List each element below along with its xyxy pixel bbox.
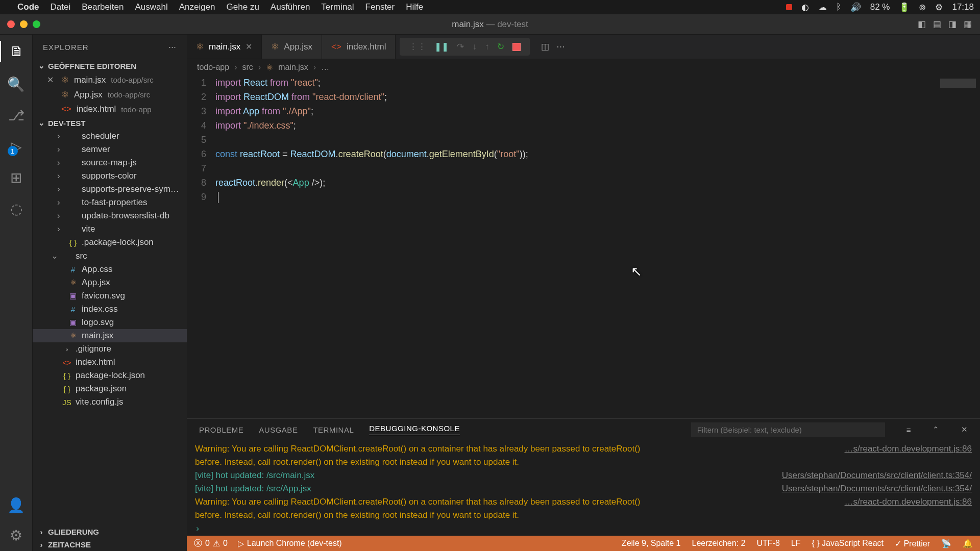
project-section[interactable]: ⌄DEV-TEST [33, 116, 187, 130]
tree-item[interactable]: ⚛main.jsx [33, 329, 187, 342]
code-line[interactable] [215, 133, 980, 147]
open-editor-item[interactable]: ✕⚛main.jsx todo-app/src [33, 72, 187, 87]
tree-item[interactable]: { }package.json [33, 382, 187, 395]
console-filter-input[interactable] [691, 422, 885, 437]
app-menu[interactable]: Code [17, 2, 39, 12]
wifi-icon[interactable]: ⊚ [919, 2, 926, 13]
tree-item[interactable]: { }package-lock.json [33, 369, 187, 382]
activity-settings-icon[interactable]: ⚙ [10, 527, 22, 544]
open-editor-item[interactable]: ⚛App.jsx todo-app/src [33, 87, 187, 102]
status-feedback-icon[interactable]: 📡 [941, 539, 951, 548]
tree-item[interactable]: ›scheduler [33, 130, 187, 143]
menu-hilfe[interactable]: Hilfe [406, 2, 423, 12]
menu-bearbeiten[interactable]: Bearbeiten [82, 2, 124, 12]
tree-item[interactable]: ›source-map-js [33, 156, 187, 169]
tree-item[interactable]: ›supports-preserve-sym… [33, 183, 187, 196]
panel-tab[interactable]: PROBLEME [199, 425, 243, 434]
close-editor-icon[interactable]: ✕ [47, 75, 56, 85]
window-minimize-button[interactable] [20, 20, 28, 28]
window-zoom-button[interactable] [33, 20, 40, 28]
recording-indicator-icon[interactable] [786, 4, 792, 10]
code-line[interactable]: import React from "react"; [215, 76, 980, 90]
status-errors[interactable]: ⓧ 0 ⚠ 0 [194, 538, 228, 549]
tab-close-icon[interactable]: ✕ [246, 42, 252, 52]
editor-tab[interactable]: <>index.html [322, 35, 396, 59]
menu-terminal[interactable]: Terminal [321, 2, 354, 12]
tree-item[interactable]: ▣logo.svg [33, 316, 187, 329]
debug-stop-button[interactable] [512, 43, 521, 51]
tree-item[interactable]: ⌄src [33, 249, 187, 263]
debug-step-out-button[interactable]: ↑ [485, 42, 489, 52]
tree-item[interactable]: <>index.html [33, 356, 187, 369]
tree-item[interactable]: ◦.gitignore [33, 342, 187, 356]
menu-fenster[interactable]: Fenster [365, 2, 395, 12]
tree-item[interactable]: ›vite [33, 222, 187, 236]
open-editors-section[interactable]: ⌄GEÖFFNETE EDITOREN [33, 59, 187, 72]
clock[interactable]: 17:18 [952, 2, 974, 12]
tree-item[interactable]: { }.package-lock.json [33, 236, 187, 249]
menu-anzeigen[interactable]: Anzeigen [179, 2, 215, 12]
status-prettier[interactable]: ✓ Prettier [895, 539, 930, 548]
activity-remote-icon[interactable]: ◌ [10, 201, 22, 217]
timeline-section[interactable]: ›ZEITACHSE [33, 538, 187, 551]
debug-pause-button[interactable]: ❚❚ [434, 41, 449, 52]
status-encoding[interactable]: UTF-8 [756, 539, 779, 548]
open-editor-item[interactable]: <>index.html todo-app [33, 102, 187, 116]
menu-auswahl[interactable]: Auswahl [135, 2, 167, 12]
sidebar-more-icon[interactable]: ⋯ [168, 42, 177, 52]
code-line[interactable] [215, 161, 980, 176]
layout-sidebar-right-icon[interactable]: ◨ [947, 19, 958, 30]
debug-repl-input[interactable]: › [187, 521, 980, 536]
editor-tab[interactable]: ⚛App.jsx [262, 35, 322, 59]
tree-item[interactable]: JSvite.config.js [33, 395, 187, 409]
activity-search-icon[interactable]: 🔍 [7, 76, 25, 93]
code-line[interactable]: import "./index.css"; [215, 118, 980, 133]
layout-sidebar-left-icon[interactable]: ◧ [917, 19, 927, 30]
console-source-link[interactable]: …s/react-dom.development.js:86 [845, 495, 972, 509]
status-cursor-pos[interactable]: Zeile 9, Spalte 1 [622, 539, 681, 548]
console-source-link[interactable]: Users/stephan/Documents/src/client/clien… [782, 482, 972, 495]
debug-step-into-button[interactable]: ↓ [472, 42, 477, 52]
tree-item[interactable]: ▣favicon.svg [33, 289, 187, 303]
battery-icon[interactable]: 🔋 [899, 2, 910, 13]
status-language[interactable]: { } JavaScript React [812, 539, 884, 548]
layout-customize-icon[interactable]: ▦ [963, 19, 973, 30]
activity-debug-icon[interactable]: ▷ [11, 138, 22, 155]
code-line[interactable] [215, 190, 980, 204]
console-settings-icon[interactable]: ≡ [906, 425, 911, 434]
console-source-link[interactable]: …s/react-dom.development.js:86 [845, 442, 972, 456]
menu-datei[interactable]: Datei [51, 2, 71, 12]
outline-section[interactable]: ›GLIEDERUNG [33, 525, 187, 538]
console-source-link[interactable]: Users/stephan/Documents/src/client/clien… [782, 469, 972, 482]
breadcrumb[interactable]: todo-app› src› ⚛main.jsx› … [187, 59, 980, 76]
status-eol[interactable]: LF [791, 539, 801, 548]
code-line[interactable]: import App from "./App"; [215, 104, 980, 118]
editor-more-icon[interactable]: ⋯ [556, 41, 565, 52]
volume-icon[interactable]: 🔊 [850, 2, 861, 13]
tree-item[interactable]: #App.css [33, 263, 187, 276]
code-line[interactable]: import ReactDOM from "react-dom/client"; [215, 90, 980, 104]
panel-close-icon[interactable]: ✕ [961, 425, 968, 434]
activity-account-icon[interactable]: 👤 [7, 497, 25, 514]
bluetooth-icon[interactable]: ᛒ [836, 2, 841, 12]
menu-ausfuehren[interactable]: Ausführen [271, 2, 310, 12]
activity-extensions-icon[interactable]: ⊞ [10, 169, 22, 186]
activity-explorer-icon[interactable]: 🗎 [0, 41, 32, 62]
menu-gehe-zu[interactable]: Gehe zu [227, 2, 259, 12]
tree-item[interactable]: ›supports-color [33, 169, 187, 183]
split-editor-icon[interactable]: ◫ [541, 41, 549, 52]
layout-panel-icon[interactable]: ▤ [932, 19, 942, 30]
debug-drag-icon[interactable]: ⋮⋮ [409, 41, 426, 52]
panel-maximize-icon[interactable]: ⌃ [933, 425, 940, 434]
status-launch-config[interactable]: ▷ Launch Chrome (dev-test) [238, 539, 342, 548]
tree-item[interactable]: ›update-browserslist-db [33, 209, 187, 222]
editor-tab[interactable]: ⚛main.jsx✕ [187, 35, 262, 59]
control-center-icon[interactable]: ⚙ [935, 2, 943, 13]
panel-tab[interactable]: TERMINAL [313, 425, 354, 434]
code-line[interactable]: const reactRoot = ReactDOM.createRoot(do… [215, 147, 980, 161]
debug-restart-button[interactable]: ↻ [497, 41, 504, 52]
debug-step-over-button[interactable]: ↷ [457, 41, 464, 52]
status-indent[interactable]: Leerzeichen: 2 [692, 539, 745, 548]
panel-tab[interactable]: AUSGABE [259, 425, 298, 434]
panel-tab[interactable]: DEBUGGING-KONSOLE [369, 424, 460, 435]
